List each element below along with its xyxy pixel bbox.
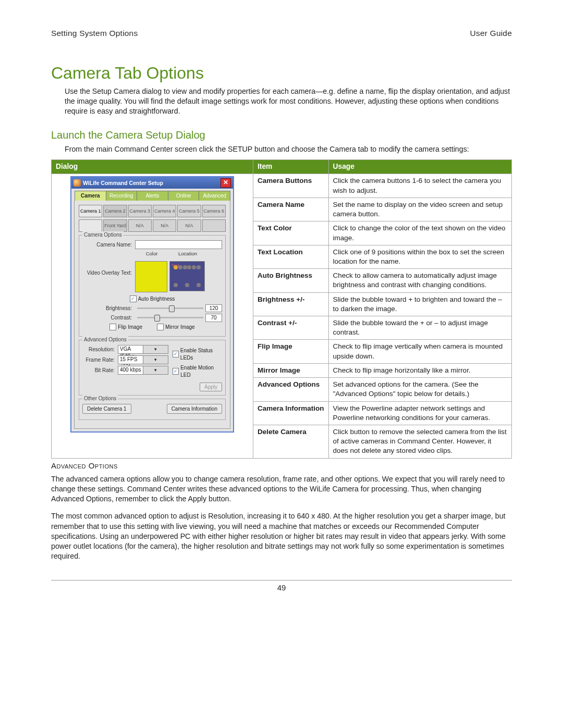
tab-recording[interactable]: Recording xyxy=(106,191,138,201)
chevron-down-icon: ▾ xyxy=(143,356,168,364)
close-icon[interactable]: ✕ xyxy=(221,178,231,188)
app-icon xyxy=(74,179,81,187)
brightness-slider[interactable] xyxy=(137,307,203,309)
table-row: Contrast +/- xyxy=(253,316,329,340)
camera-sub-6 xyxy=(202,219,226,232)
camera-btn-2[interactable]: Camera 2 xyxy=(103,205,127,217)
enable-status-leds-check[interactable]: ✓Enable Status LEDs xyxy=(173,347,222,361)
advanced-options-fieldset: Advanced Options Resolution: VGA (640 x … xyxy=(79,340,226,396)
table-row: Set advanced options for the camera. (Se… xyxy=(328,378,511,401)
table-row: Check to flip image horizontally like a … xyxy=(328,363,511,377)
table-row: Check to allow camera to automatically a… xyxy=(328,269,511,292)
reference-table: Dialog Item Usage WiLife Command Center … xyxy=(51,159,512,459)
table-row: Slide the bubble toward + to brighten an… xyxy=(328,292,511,316)
enable-status-leds-label: Enable Status LEDs xyxy=(180,347,222,361)
checkbox-icon: ✓ xyxy=(173,368,179,375)
mirror-image-check[interactable]: Mirror Image xyxy=(157,324,195,331)
header-left: Setting System Options xyxy=(51,28,138,39)
table-row: Check to flip image vertically when came… xyxy=(328,340,511,363)
camera-btn-1[interactable]: Camera 1 xyxy=(79,205,102,217)
header-right: User Guide xyxy=(470,28,512,39)
table-row: Camera Buttons xyxy=(253,174,329,198)
camera-name-label: Camera Name: xyxy=(82,241,135,249)
chevron-down-icon: ▾ xyxy=(143,346,168,353)
camera-sub-3: N/A xyxy=(128,219,152,232)
camera-name-input[interactable] xyxy=(135,240,222,249)
text-color-picker[interactable] xyxy=(135,261,167,292)
table-row: Click to change the color of the text sh… xyxy=(328,221,511,245)
table-row: Text Location xyxy=(253,245,329,268)
text-location-picker[interactable]: Text xyxy=(169,261,205,291)
overlay-text-label: Video Overlay Text: xyxy=(82,259,135,277)
page-title: Camera Tab Options xyxy=(51,62,512,84)
tab-advanced[interactable]: Advanced xyxy=(199,191,230,201)
camera-sub-2: Front Yard xyxy=(103,219,127,232)
camera-btn-6[interactable]: Camera 6 xyxy=(202,205,226,217)
dialog-title: WiLife Command Center Setup xyxy=(83,179,163,187)
table-row: Mirror Image xyxy=(253,363,329,377)
advanced-options-p2: The most common advanced option to adjus… xyxy=(51,511,512,561)
dialog-window: WiLife Command Center Setup ✕ Camera Rec… xyxy=(70,176,234,433)
page-number: 49 xyxy=(277,583,286,592)
checkbox-icon: ✓ xyxy=(130,295,137,302)
intro-paragraph: Use the Setup Camera dialog to view and … xyxy=(65,87,512,117)
table-row: Camera Information xyxy=(253,401,329,425)
enable-motion-led-check[interactable]: ✓Enable Motion LED xyxy=(173,364,222,378)
flip-image-label: Flip Image xyxy=(118,324,142,331)
camera-sub-4: N/A xyxy=(153,219,176,232)
bitrate-label: Bit Rate: xyxy=(82,367,118,374)
table-row: View the Powerline adapter network setti… xyxy=(328,401,511,425)
th-dialog: Dialog xyxy=(52,159,253,174)
table-row: Advanced Options xyxy=(253,378,329,401)
table-row: Auto Brightness xyxy=(253,269,329,292)
brightness-value: 120 xyxy=(205,304,222,313)
table-row: Camera Name xyxy=(253,198,329,221)
resolution-label: Resolution: xyxy=(82,346,118,353)
table-row: Click button to remove the selected came… xyxy=(328,425,511,459)
camera-options-fieldset: Camera Options Camera Name: Color Locati… xyxy=(79,235,226,337)
tab-camera[interactable]: Camera xyxy=(75,191,106,201)
location-header: Location xyxy=(169,251,206,257)
resolution-dropdown[interactable]: VGA (640 x 480)▾ xyxy=(118,345,168,354)
flip-image-check[interactable]: Flip Image xyxy=(109,324,142,331)
camera-btn-5[interactable]: Camera 5 xyxy=(177,205,201,217)
auto-brightness-check[interactable]: ✓ Auto Brightness xyxy=(130,295,175,303)
framerate-dropdown[interactable]: 15 FPS▾ xyxy=(118,355,168,364)
table-row: Set the name to display on the video scr… xyxy=(328,198,511,221)
camera-btn-3[interactable]: Camera 3 xyxy=(128,205,152,217)
table-row: Click the camera buttons 1-6 to select t… xyxy=(328,174,511,198)
auto-brightness-label: Auto Brightness xyxy=(138,295,175,303)
dialog-screenshot-cell: WiLife Command Center Setup ✕ Camera Rec… xyxy=(52,174,253,458)
camera-information-button[interactable]: Camera Information xyxy=(167,404,222,414)
other-options-legend: Other Options xyxy=(82,395,118,402)
advanced-options-legend: Advanced Options xyxy=(82,336,128,343)
delete-camera-button[interactable]: Delete Camera 1 xyxy=(82,404,131,414)
enable-motion-led-label: Enable Motion LED xyxy=(180,364,222,378)
framerate-label: Frame Rate: xyxy=(82,356,118,364)
mirror-image-label: Mirror Image xyxy=(165,324,195,331)
tab-alerts[interactable]: Alerts xyxy=(137,191,168,201)
contrast-value: 70 xyxy=(205,314,222,322)
apply-button[interactable]: Apply xyxy=(200,382,222,391)
tab-online[interactable]: Online xyxy=(168,191,200,201)
camera-btn-4[interactable]: Camera 4 xyxy=(153,205,176,217)
contrast-slider[interactable] xyxy=(137,317,203,318)
camera-sub-5: N/A xyxy=(177,219,201,232)
camera-sub-1 xyxy=(79,219,102,232)
table-row: Text Color xyxy=(253,221,329,245)
table-row: Slide the bubble toward the + or – to ad… xyxy=(328,316,511,340)
bitrate-dropdown[interactable]: 400 kbps▾ xyxy=(118,366,168,375)
advanced-options-p1: The advanced camera options allow you to… xyxy=(51,474,512,504)
other-options-fieldset: Other Options Delete Camera 1 Camera Inf… xyxy=(79,399,226,421)
brightness-label: Brightness: xyxy=(82,305,135,312)
camera-options-legend: Camera Options xyxy=(82,231,124,239)
th-item: Item xyxy=(253,159,329,174)
table-row: Click one of 9 positions within the box … xyxy=(328,245,511,268)
checkbox-icon xyxy=(109,324,116,330)
th-usage: Usage xyxy=(328,159,511,174)
table-row: Brightness +/- xyxy=(253,292,329,316)
table-row: Delete Camera xyxy=(253,425,329,459)
checkbox-icon xyxy=(157,324,164,330)
table-row: Flip Image xyxy=(253,340,329,363)
chevron-down-icon: ▾ xyxy=(143,366,168,374)
